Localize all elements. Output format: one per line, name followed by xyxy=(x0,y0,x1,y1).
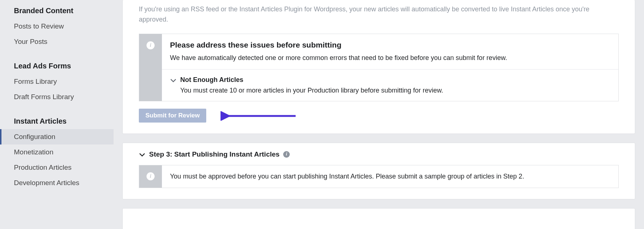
alert-text: We have automatically detected one or mo… xyxy=(170,53,610,63)
step3-header[interactable]: Step 3: Start Publishing Instant Article… xyxy=(139,143,619,165)
nav-production-articles[interactable]: Production Articles xyxy=(0,160,114,175)
info-icon: i xyxy=(147,172,155,180)
step3-info-text: You must be approved before you can star… xyxy=(162,165,618,188)
sidebar: Branded Content Posts to Review Your Pos… xyxy=(0,0,114,229)
issues-alert: i Please address these issues before sub… xyxy=(139,34,619,101)
issue-heading: Not Enough Articles xyxy=(180,76,610,84)
arrow-annotation-icon xyxy=(221,111,297,121)
intro-text: If you're using an RSS feed or the Insta… xyxy=(139,0,619,34)
info-icon[interactable]: i xyxy=(283,151,290,158)
nav-configuration[interactable]: Configuration xyxy=(0,129,114,144)
nav-monetization[interactable]: Monetization xyxy=(0,144,114,160)
section-header-instant-articles: Instant Articles xyxy=(0,113,114,129)
main-content: If you're using an RSS feed or the Insta… xyxy=(114,0,644,229)
issue-body: You must create 10 or more articles in y… xyxy=(180,87,610,94)
panel-step3: Step 3: Start Publishing Instant Article… xyxy=(122,143,635,199)
info-icon: i xyxy=(147,41,155,49)
nav-development-articles[interactable]: Development Articles xyxy=(0,175,114,191)
nav-draft-forms-library[interactable]: Draft Forms Library xyxy=(0,89,114,105)
step3-title: Step 3: Start Publishing Instant Article… xyxy=(149,150,280,158)
nav-your-posts[interactable]: Your Posts xyxy=(0,34,114,49)
alert-icon-column: i xyxy=(139,34,162,101)
panel-step2: If you're using an RSS feed or the Insta… xyxy=(122,0,635,134)
nav-posts-to-review[interactable]: Posts to Review xyxy=(0,19,114,34)
nav-forms-library[interactable]: Forms Library xyxy=(0,74,114,89)
section-header-branded-content: Branded Content xyxy=(0,3,114,19)
info-icon-column: i xyxy=(139,165,162,188)
chevron-down-icon xyxy=(139,151,145,158)
panel-next xyxy=(122,208,635,229)
chevron-down-icon xyxy=(170,77,177,84)
step3-info-block: i You must be approved before you can st… xyxy=(139,165,619,188)
section-header-lead-ads-forms: Lead Ads Forms xyxy=(0,58,114,74)
alert-title: Please address these issues before submi… xyxy=(170,41,610,49)
submit-for-review-button[interactable]: Submit for Review xyxy=(139,109,206,123)
issue-row[interactable]: Not Enough Articles xyxy=(170,76,610,87)
